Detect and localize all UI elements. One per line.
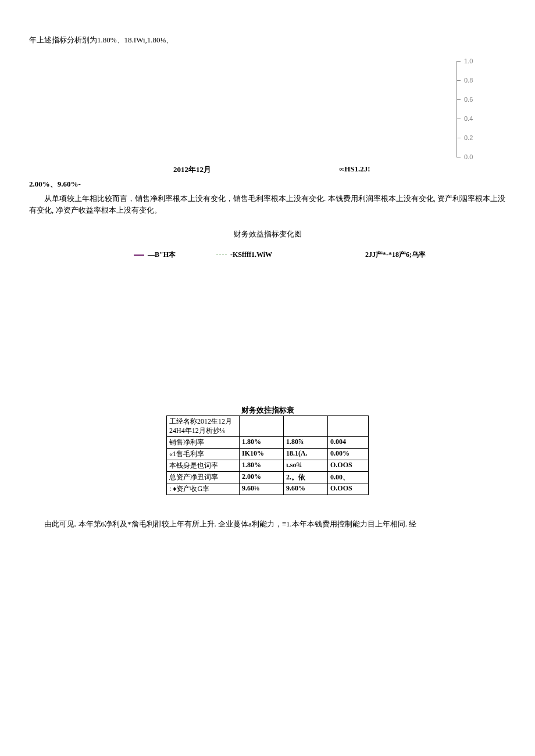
table-header-cell: [240, 416, 284, 436]
table-cell: 0.00、: [328, 471, 369, 483]
table-row: 总资产净丑词率 2.00% 2.。依 0.00、: [167, 471, 369, 483]
table-cell: 2.。依: [284, 471, 328, 483]
chart-right-axis: 1.0 0.8 0.6 0.4 0.2 0.0: [456, 61, 486, 157]
table-cell: ι.sσ¾: [284, 460, 328, 471]
x-category-1: 2012年12月: [173, 164, 211, 175]
chart-legend: —B"H本 -KSffff1.WiW 2JJ产*-*18产6;乌率: [29, 250, 506, 260]
axis-tick-label: 0.6: [464, 96, 473, 103]
x-category-2: ∞HS1.2J!: [339, 164, 370, 174]
table-header-cell: 工经名称2012生12月24H4年12月析抄⅛: [167, 416, 240, 436]
table-cell: 2.00%: [240, 471, 284, 483]
indicator-name: 总资产净丑词率: [167, 471, 240, 483]
axis-tick-label: 0.0: [464, 153, 473, 160]
table-cell: 0.004: [328, 436, 369, 448]
indicator-name: 销售净利率: [167, 436, 240, 448]
axis-tick-label: 0.4: [464, 115, 473, 122]
indicator-name: «1售毛利率: [167, 448, 240, 460]
table-cell: 9.60⅛: [240, 483, 284, 495]
legend-label: 2JJ产*-*18产6;乌率: [365, 250, 426, 260]
table-cell: 0.00%: [328, 448, 369, 460]
table-cell: O.OOS: [328, 483, 369, 495]
chart-title: 财务效益指标变化图: [29, 229, 506, 239]
legend-swatch-icon: [216, 255, 227, 255]
legend-item-1: —B"H本: [134, 250, 176, 260]
legend-label: -KSffff1.WiW: [230, 250, 272, 259]
table-header-cell: [284, 416, 328, 436]
legend-item-2: -KSffff1.WiW: [216, 250, 272, 260]
table-title: 财务效拄指标衰: [29, 405, 506, 415]
financial-indicators-table: 工经名称2012生12月24H4年12月析抄⅛ 销售净利率 1.80% 1.80…: [166, 415, 369, 495]
legend-label: —B"H本: [148, 250, 176, 260]
table-cell: 9.60%: [284, 483, 328, 495]
intro-line-2: 2.00%、9.60%-: [29, 179, 506, 189]
intro-line-1: 年上述指标分析别为1.80%、18.IWi,1.80⅛、: [29, 35, 506, 45]
table-row: 本钱身是也词率 1.80% ι.sσ¾ O.OOS: [167, 460, 369, 471]
conclusion-paragraph: 由此可见. 本年第6净利及*詹毛利郡较上年有所上升. 企业蔓体a利能力，≡1.本…: [29, 518, 506, 530]
table-cell: O.OOS: [328, 460, 369, 471]
indicator-name: 本钱身是也词率: [167, 460, 240, 471]
table-row: «1售毛利率 IK10% 18.1(Λ. 0.00%: [167, 448, 369, 460]
table-row: 销售净利率 1.80% 1.80⅞ 0.004: [167, 436, 369, 448]
analysis-paragraph-1: 从单项较上年相比较而言，销售净利率根本上没有变化，销售毛利率根本上没有变化. 本…: [29, 193, 506, 216]
legend-swatch-icon: [134, 255, 144, 256]
table-cell: IK10%: [240, 448, 284, 460]
table-cell: 1.80%: [240, 436, 284, 448]
axis-tick-label: 1.0: [464, 58, 473, 65]
indicator-name: : ♦资产收G率: [167, 483, 240, 495]
table-cell: 1.80⅞: [284, 436, 328, 448]
legend-item-3: 2JJ产*-*18产6;乌率: [365, 250, 426, 260]
axis-tick-label: 0.8: [464, 77, 473, 84]
table-cell: 18.1(Λ.: [284, 448, 328, 460]
table-header-cell: [328, 416, 369, 436]
table-cell: 1.80%: [240, 460, 284, 471]
table-row: : ♦资产收G率 9.60⅛ 9.60% O.OOS: [167, 483, 369, 495]
table-header-row: 工经名称2012生12月24H4年12月析抄⅛: [167, 416, 369, 436]
axis-tick-label: 0.2: [464, 134, 473, 141]
